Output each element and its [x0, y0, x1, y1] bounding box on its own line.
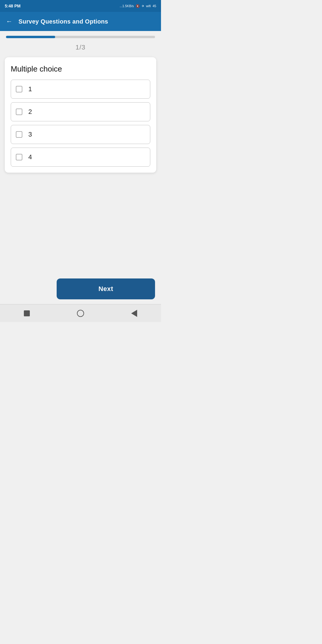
network-indicator: ...1.5KB/s — [120, 4, 134, 8]
question-card: Multiple choice 1 2 3 4 — [5, 57, 156, 173]
option-item-1[interactable]: 1 — [11, 80, 150, 99]
nav-stop-button[interactable] — [21, 307, 33, 319]
checkbox-1[interactable] — [16, 86, 22, 92]
option-label-2: 2 — [28, 108, 32, 116]
progress-fill — [6, 36, 55, 38]
battery-icon: 45 — [153, 4, 156, 8]
home-icon — [77, 310, 84, 317]
wifi-icon: wifi — [146, 4, 151, 8]
app-bar-title: Survey Questions and Options — [18, 18, 108, 25]
progress-track — [6, 36, 155, 38]
stop-icon — [24, 310, 30, 316]
option-item-4[interactable]: 4 — [11, 148, 150, 167]
status-bar: 5:48 PM ...1.5KB/s 🔇 ✈ wifi 45 — [0, 0, 161, 12]
nav-back-button[interactable] — [128, 307, 140, 319]
page-counter: 1/3 — [0, 38, 161, 55]
bottom-area: Next — [0, 278, 161, 304]
nav-home-button[interactable] — [75, 307, 86, 319]
app-bar: ← Survey Questions and Options — [0, 12, 161, 31]
option-item-3[interactable]: 3 — [11, 125, 150, 144]
option-item-2[interactable]: 2 — [11, 102, 150, 121]
next-button[interactable]: Next — [57, 278, 155, 299]
option-label-4: 4 — [28, 153, 32, 161]
progress-container — [0, 31, 161, 38]
status-icons: ...1.5KB/s 🔇 ✈ wifi 45 — [120, 4, 156, 8]
back-icon — [131, 310, 137, 317]
mute-icon: 🔇 — [136, 4, 140, 8]
checkbox-4[interactable] — [16, 154, 22, 160]
checkbox-2[interactable] — [16, 109, 22, 115]
checkbox-3[interactable] — [16, 131, 22, 138]
option-label-3: 3 — [28, 131, 32, 138]
signal-icon: ✈ — [142, 4, 144, 8]
question-type: Multiple choice — [11, 64, 150, 74]
status-time: 5:48 PM — [5, 4, 21, 8]
back-button[interactable]: ← — [5, 16, 14, 27]
option-label-1: 1 — [28, 85, 32, 93]
nav-bar — [0, 304, 161, 322]
